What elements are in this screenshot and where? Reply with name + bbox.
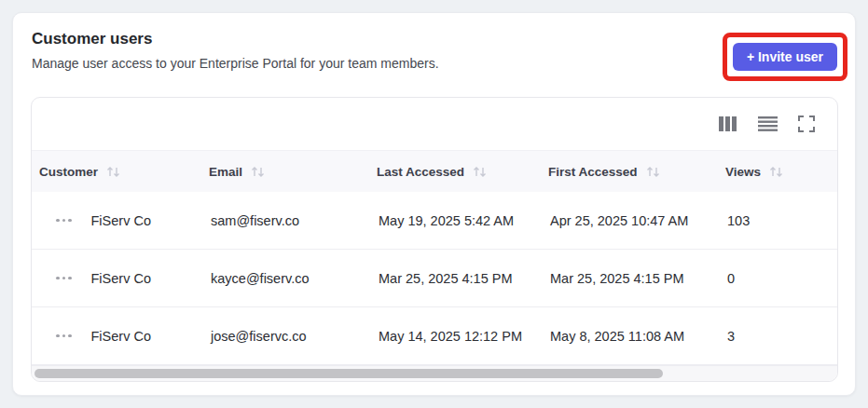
views-cell: 0: [725, 271, 837, 286]
views-cell: 103: [725, 213, 837, 228]
first-accessed-cell: Apr 25, 2025 10:47 AM: [548, 213, 725, 228]
panel-header-text: Customer users Manage user access to you…: [32, 28, 439, 73]
column-header-email[interactable]: Email: [209, 165, 377, 179]
customer-cell: FiServ Co: [32, 329, 209, 344]
dot-icon: [56, 334, 60, 338]
dot-icon: [62, 219, 66, 223]
sort-icon[interactable]: [106, 166, 120, 178]
row-menu-button[interactable]: [54, 217, 74, 224]
first-accessed-cell: May 8, 2025 11:08 AM: [548, 329, 725, 344]
dot-icon: [62, 334, 66, 338]
scrollbar-thumb[interactable]: [34, 369, 663, 378]
column-header-last-accessed[interactable]: Last Accessed: [377, 165, 548, 179]
sort-icon[interactable]: [646, 166, 660, 178]
column-header-views[interactable]: Views: [725, 165, 837, 179]
last-accessed-cell: Mar 25, 2025 4:15 PM: [377, 271, 548, 286]
dot-icon: [56, 219, 60, 223]
dot-icon: [68, 334, 72, 338]
column-header-customer[interactable]: Customer: [32, 165, 209, 179]
email-cell: kayce@fiserv.co: [209, 271, 377, 286]
view-columns-icon: [719, 116, 737, 131]
customer-cell: FiServ Co: [32, 271, 209, 286]
page-subtitle: Manage user access to your Enterprise Po…: [32, 54, 439, 73]
fullscreen-button[interactable]: [796, 114, 817, 134]
sort-icon[interactable]: [473, 166, 487, 178]
sort-icon[interactable]: [769, 166, 783, 178]
table-header-row: Customer Email Last Accessed First Acces…: [32, 150, 837, 192]
invite-user-highlight-box: + Invite user: [723, 33, 847, 81]
horizontal-scrollbar[interactable]: [32, 365, 837, 381]
users-table-container: Customer Email Last Accessed First Acces…: [31, 97, 838, 382]
invite-user-button[interactable]: + Invite user: [733, 43, 837, 71]
column-header-label: Customer: [39, 165, 98, 179]
first-accessed-cell: Mar 25, 2025 4:15 PM: [548, 271, 725, 286]
density-button[interactable]: [757, 114, 778, 134]
email-cell: jose@fiservc.co: [209, 329, 377, 344]
table-toolbar: [32, 98, 837, 150]
customer-name: FiServ Co: [91, 213, 151, 228]
view-columns-button[interactable]: [718, 114, 738, 134]
customer-cell: FiServ Co: [32, 213, 209, 228]
row-menu-button[interactable]: [54, 333, 74, 340]
dot-icon: [68, 219, 72, 223]
last-accessed-cell: May 14, 2025 12:12 PM: [377, 329, 548, 344]
dot-icon: [62, 277, 66, 280]
customer-name: FiServ Co: [91, 329, 151, 344]
dot-icon: [68, 277, 72, 280]
column-header-label: Email: [209, 165, 242, 179]
email-cell: sam@fiserv.co: [209, 213, 377, 228]
page-title: Customer users: [32, 28, 439, 50]
views-cell: 3: [725, 329, 837, 344]
dot-icon: [56, 277, 60, 280]
row-menu-button[interactable]: [54, 275, 74, 282]
panel-header: Customer users Manage user access to you…: [13, 13, 855, 81]
customer-users-panel: Customer users Manage user access to you…: [12, 12, 856, 396]
column-header-label: First Accessed: [548, 165, 638, 179]
customer-name: FiServ Co: [91, 271, 151, 286]
column-header-label: Views: [725, 165, 761, 179]
density-icon: [758, 116, 778, 131]
column-header-label: Last Accessed: [377, 165, 464, 179]
table-row: FiServ Co jose@fiservc.co May 14, 2025 1…: [32, 307, 837, 365]
table-row: FiServ Co sam@fiserv.co May 19, 2025 5:4…: [32, 192, 837, 250]
fullscreen-icon: [798, 116, 815, 132]
sort-icon[interactable]: [251, 166, 265, 178]
last-accessed-cell: May 19, 2025 5:42 AM: [377, 213, 548, 228]
column-header-first-accessed[interactable]: First Accessed: [548, 165, 725, 179]
table-row: FiServ Co kayce@fiserv.co Mar 25, 2025 4…: [32, 250, 837, 307]
